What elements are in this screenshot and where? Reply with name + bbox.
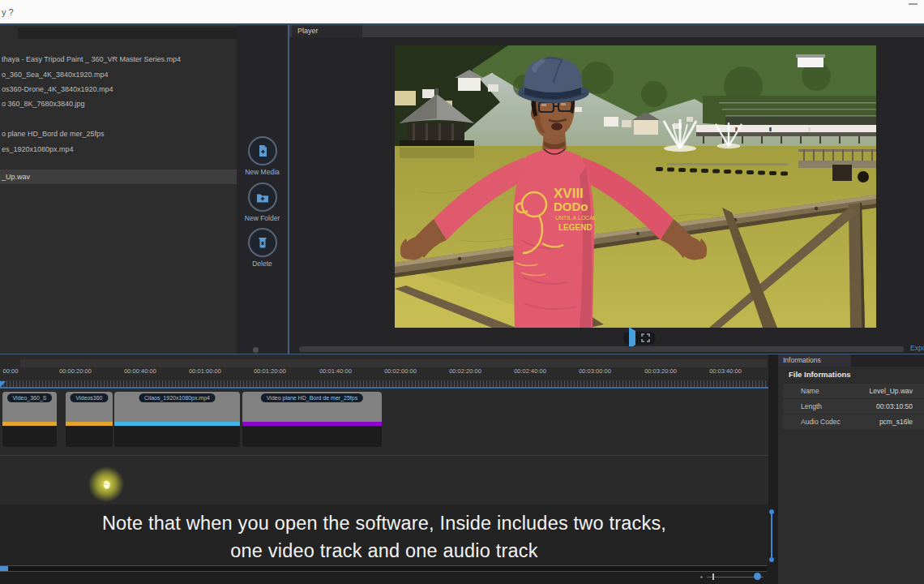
ruler-tick-label: 00:00 bbox=[3, 367, 19, 375]
clip-label: Video_360_S bbox=[7, 393, 53, 402]
media-file-row[interactable]: o_360_Sea_4K_3840x1920.mp4 bbox=[0, 68, 237, 82]
clip-label: Video plane HD_Bord de mer_25fps bbox=[261, 393, 363, 402]
fullscreen-icon bbox=[641, 333, 650, 342]
info-tabbar: Informations bbox=[778, 354, 924, 367]
info-row-codec: Audio Codec pcm_s16le bbox=[783, 414, 924, 429]
svg-text:UNTIL A LOCAL: UNTIL A LOCAL bbox=[555, 215, 597, 221]
timeline-clip[interactable]: Cilaos_1920x1080px.mp4 bbox=[114, 392, 240, 447]
subtitle-overlay: Note that when you open the software, In… bbox=[0, 505, 768, 565]
media-file-row[interactable]: o 360_8K_7680x3840.jpg bbox=[0, 97, 237, 111]
ruler-tick-label: 00:00:20:00 bbox=[59, 367, 92, 375]
timeline-clip[interactable]: Videos360 bbox=[66, 392, 113, 447]
zoom-out-dot bbox=[700, 576, 703, 578]
info-label: Length bbox=[801, 399, 822, 414]
clip-audio-area bbox=[2, 426, 57, 447]
ruler-tick-label: 00:03:00:00 bbox=[579, 367, 611, 375]
app-window: y ? thaya - Easy Tripod Paint _ 360_VR M… bbox=[0, 0, 924, 584]
svg-text:LEGEND: LEGEND bbox=[558, 223, 592, 232]
info-label: Name bbox=[801, 384, 819, 398]
new-media-label: New Media bbox=[237, 168, 288, 176]
file-name: _Up.wav bbox=[2, 173, 30, 181]
media-file-row-selected[interactable]: _Up.wav bbox=[0, 170, 237, 184]
file-name: o 360_8K_7680x3840.jpg bbox=[2, 100, 85, 108]
ruler-tick-label: 00:01:00:00 bbox=[189, 367, 221, 375]
file-name: es_1920x1080px.mp4 bbox=[2, 145, 74, 153]
tab-informations[interactable]: Informations bbox=[778, 354, 851, 367]
new-folder-label: New Folder bbox=[237, 214, 288, 222]
informations-panel: Informations File Informations Name Leve… bbox=[778, 354, 924, 584]
timeline-ruler[interactable] bbox=[0, 380, 768, 389]
scrollbar-thumb[interactable] bbox=[0, 566, 8, 571]
new-media-icon bbox=[248, 136, 277, 165]
selection-handle-bottom[interactable] bbox=[769, 557, 774, 562]
info-value: Level_Up.wav bbox=[870, 384, 913, 398]
ruler-tick-label: 00:03:20:00 bbox=[644, 367, 677, 375]
media-library-panel: thaya - Easy Tripod Paint _ 360_VR Maste… bbox=[0, 24, 289, 354]
tab-player[interactable]: Player bbox=[292, 25, 362, 37]
zoom-slider-tick bbox=[712, 573, 714, 580]
play-button[interactable] bbox=[629, 331, 635, 346]
video-scene: XVIII DODo UNTIL A LOCAL LEGEND bbox=[395, 45, 876, 328]
export-button[interactable]: Export bbox=[910, 344, 924, 352]
timeline-zoom-slider[interactable] bbox=[695, 571, 770, 582]
info-row-name: Name Level_Up.wav bbox=[783, 384, 924, 398]
player-panel: Player bbox=[289, 24, 924, 354]
file-name: o_360_Sea_4K_3840x1920.mp4 bbox=[2, 71, 109, 79]
play-icon bbox=[629, 327, 635, 349]
minimize-icon[interactable] bbox=[909, 3, 918, 5]
menu-item[interactable]: y ? bbox=[2, 7, 14, 17]
timeline-header-strip bbox=[20, 359, 767, 367]
playhead-marker[interactable] bbox=[0, 381, 6, 388]
delete-label: Delete bbox=[237, 260, 288, 268]
info-label: Audio Codec bbox=[801, 414, 841, 429]
media-file-row[interactable]: thaya - Easy Tripod Paint _ 360_VR Maste… bbox=[0, 53, 237, 67]
clip-label: Cilaos_1920x1080px.mp4 bbox=[139, 393, 216, 402]
ruler-tick-label: 00:01:40:00 bbox=[319, 367, 352, 375]
timeline-clip[interactable]: Video plane HD_Bord de mer_25fps bbox=[242, 392, 382, 447]
ruler-tick-label: 00:02:00:00 bbox=[384, 367, 417, 375]
timeline-panel: 00:00 00:00:20:00 00:00:40:00 00:01:00:0… bbox=[0, 354, 768, 507]
player-controls bbox=[623, 332, 656, 345]
new-folder-button[interactable]: New Folder bbox=[237, 182, 288, 222]
selection-handle-bar[interactable] bbox=[771, 513, 772, 557]
file-name: o plane HD_Bord de mer_25fps bbox=[2, 130, 105, 138]
media-file-row[interactable]: es_1920x1080px.mp4 bbox=[0, 143, 237, 157]
clip-audio-area bbox=[66, 426, 113, 447]
new-media-button[interactable]: New Media bbox=[237, 136, 288, 176]
ruler-tick-label: 00:03:40:00 bbox=[709, 367, 742, 375]
hand-cursor-icon bbox=[88, 466, 124, 502]
file-name: os360-Drone_4K_3840x1920.mp4 bbox=[2, 85, 113, 93]
ruler-tick-label: 00:02:40:00 bbox=[514, 367, 546, 375]
clip-audio-area bbox=[114, 426, 240, 447]
clip-audio-area bbox=[242, 426, 382, 447]
ruler-tick-label: 00:02:20:00 bbox=[449, 367, 481, 375]
media-list-header bbox=[18, 28, 237, 39]
menu-bar: y ? bbox=[0, 0, 924, 24]
seek-bar[interactable] bbox=[299, 346, 904, 352]
file-informations-heading: File Informations bbox=[789, 370, 851, 379]
fullscreen-button[interactable] bbox=[641, 331, 650, 346]
panel-resize-knob[interactable] bbox=[253, 347, 259, 353]
timeline-clip[interactable]: Video_360_S bbox=[2, 392, 57, 447]
svg-text:DODo: DODo bbox=[554, 200, 588, 213]
subtitle-line-1: Note that when you open the software, In… bbox=[0, 505, 768, 537]
ruler-tick-label: 00:00:40:00 bbox=[124, 367, 156, 375]
delete-icon bbox=[248, 228, 277, 257]
video-frame[interactable]: XVIII DODo UNTIL A LOCAL LEGEND bbox=[395, 45, 876, 328]
zoom-slider-knob[interactable] bbox=[754, 573, 761, 580]
subtitle-line-2: one video track and one audio track bbox=[0, 537, 768, 565]
info-row-length: Length 00:03:10:50 bbox=[783, 399, 924, 414]
ruler-tick-label: 00:01:20:00 bbox=[254, 367, 286, 375]
player-tabbar: Player bbox=[289, 25, 924, 37]
media-actions-column: New Media New Folder Delete bbox=[237, 25, 288, 354]
delete-button[interactable]: Delete bbox=[237, 228, 288, 268]
info-value: pcm_s16le bbox=[879, 414, 913, 429]
media-file-row[interactable]: os360-Drone_4K_3840x1920.mp4 bbox=[0, 83, 237, 97]
clip-label: Videos360 bbox=[71, 393, 109, 402]
info-value: 00:03:10:50 bbox=[876, 399, 913, 414]
file-name: thaya - Easy Tripod Paint _ 360_VR Maste… bbox=[2, 55, 181, 63]
new-folder-icon bbox=[248, 182, 277, 212]
media-file-row[interactable]: o plane HD_Bord de mer_25fps bbox=[0, 127, 237, 141]
timeline-h-scrollbar[interactable] bbox=[0, 565, 767, 572]
